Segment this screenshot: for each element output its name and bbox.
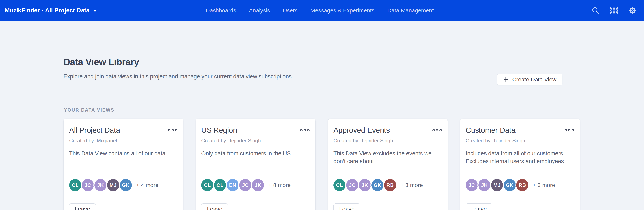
data-view-card: Approved Events Created by: Tejinder Sin… <box>328 119 448 210</box>
topbar-actions <box>592 0 636 21</box>
avatar-more: + 8 more <box>268 182 291 189</box>
create-data-view-label: Create Data View <box>512 76 556 83</box>
avatar-more: + 4 more <box>136 182 158 189</box>
main-content: Data View Library Explore and join data … <box>0 21 644 210</box>
avatar: CL <box>334 179 346 191</box>
avatar: RB <box>384 179 396 191</box>
card-description: Includes data from all of our customers.… <box>466 150 574 165</box>
card-title: Customer Data <box>466 126 516 135</box>
avatar: JK <box>478 179 490 191</box>
avatar: JC <box>82 179 94 191</box>
nav-item[interactable]: Analysis <box>249 7 270 14</box>
data-view-card: US Region Created by: Tejinder Singh Onl… <box>196 119 316 210</box>
avatar-row: CLCLENJCJK+ 8 more <box>201 179 291 191</box>
avatar: JK <box>252 179 264 191</box>
card-overflow-menu-icon[interactable] <box>564 128 574 133</box>
card-body: All Project Data Created by: Mixpanel Th… <box>64 119 183 199</box>
card-body: Approved Events Created by: Tejinder Sin… <box>328 119 448 199</box>
card-footer: Leave <box>328 199 448 210</box>
settings-gear-icon[interactable] <box>628 6 636 14</box>
avatar-row: CLJCJKMJGK+ 4 more <box>69 179 158 191</box>
data-view-card: Customer Data Created by: Tejinder Singh… <box>460 119 580 210</box>
data-view-cards: All Project Data Created by: Mixpanel Th… <box>64 119 580 210</box>
card-footer: Leave <box>64 199 183 210</box>
avatar: MJ <box>107 179 119 191</box>
leave-button[interactable]: Leave <box>334 204 360 210</box>
avatar-more: + 3 more <box>533 182 555 189</box>
card-description: This Data View excludes the events we do… <box>334 150 442 165</box>
card-overflow-menu-icon[interactable] <box>432 128 442 133</box>
nav-item[interactable]: Users <box>283 7 298 14</box>
avatar: GK <box>372 179 384 191</box>
plus-icon <box>503 77 509 82</box>
card-created-by: Created by: Tejinder Singh <box>466 138 574 144</box>
card-header: Approved Events <box>334 126 442 135</box>
avatar: JC <box>466 179 478 191</box>
avatar: CL <box>214 179 226 191</box>
avatar: RB <box>516 179 528 191</box>
project-switcher-label: MuzikFinder · All Project Data <box>5 7 90 14</box>
section-label-your-data-views: YOUR DATA VIEWS <box>64 107 114 113</box>
data-view-card: All Project Data Created by: Mixpanel Th… <box>64 119 184 210</box>
card-header: US Region <box>201 126 310 135</box>
card-footer: Leave <box>460 199 580 210</box>
card-description: Only data from customers in the US <box>201 150 310 157</box>
avatar: MJ <box>491 179 503 191</box>
chevron-down-icon <box>93 10 97 12</box>
page-title: Data View Library <box>64 57 139 67</box>
avatar: CL <box>69 179 81 191</box>
avatar: JK <box>94 179 106 191</box>
leave-button[interactable]: Leave <box>201 204 228 210</box>
avatar: JC <box>239 179 251 191</box>
search-icon[interactable] <box>592 6 600 14</box>
leave-button[interactable]: Leave <box>69 204 96 210</box>
main-nav: DashboardsAnalysisUsersMessages & Experi… <box>206 0 434 21</box>
project-switcher[interactable]: MuzikFinder · All Project Data <box>5 0 97 21</box>
card-title: Approved Events <box>334 126 390 135</box>
card-overflow-menu-icon[interactable] <box>300 128 310 133</box>
nav-item[interactable]: Messages & Experiments <box>310 7 374 14</box>
avatar-more: + 3 more <box>400 182 423 189</box>
avatar: GK <box>504 179 516 191</box>
avatar-row: CLJCJKGKRB+ 3 more <box>334 179 423 191</box>
card-footer: Leave <box>196 199 316 210</box>
avatar: GK <box>120 179 132 191</box>
nav-item[interactable]: Data Management <box>387 7 434 14</box>
card-created-by: Created by: Tejinder Singh <box>201 138 310 144</box>
avatar: JC <box>346 179 358 191</box>
avatar-row: JCJKMJGKRB+ 3 more <box>466 179 555 191</box>
card-header: Customer Data <box>466 126 574 135</box>
card-created-by: Created by: Mixpanel <box>69 138 178 144</box>
card-body: Customer Data Created by: Tejinder Singh… <box>460 119 580 199</box>
page-subtitle: Explore and join data views in this proj… <box>64 73 293 80</box>
card-title: US Region <box>201 126 237 135</box>
topbar: MuzikFinder · All Project Data Dashboard… <box>0 0 644 21</box>
card-header: All Project Data <box>69 126 178 135</box>
avatar: CL <box>201 179 213 191</box>
apps-grid-icon[interactable] <box>610 6 618 14</box>
card-body: US Region Created by: Tejinder Singh Onl… <box>196 119 316 199</box>
avatar: EN <box>226 179 239 191</box>
leave-button[interactable]: Leave <box>466 204 492 210</box>
card-description: This Data View contains all of our data. <box>69 150 178 157</box>
card-created-by: Created by: Tejinder Singh <box>334 138 442 144</box>
nav-item[interactable]: Dashboards <box>206 7 236 14</box>
card-overflow-menu-icon[interactable] <box>168 128 178 133</box>
create-data-view-button[interactable]: Create Data View <box>497 74 562 85</box>
avatar: JK <box>359 179 371 191</box>
card-title: All Project Data <box>69 126 120 135</box>
